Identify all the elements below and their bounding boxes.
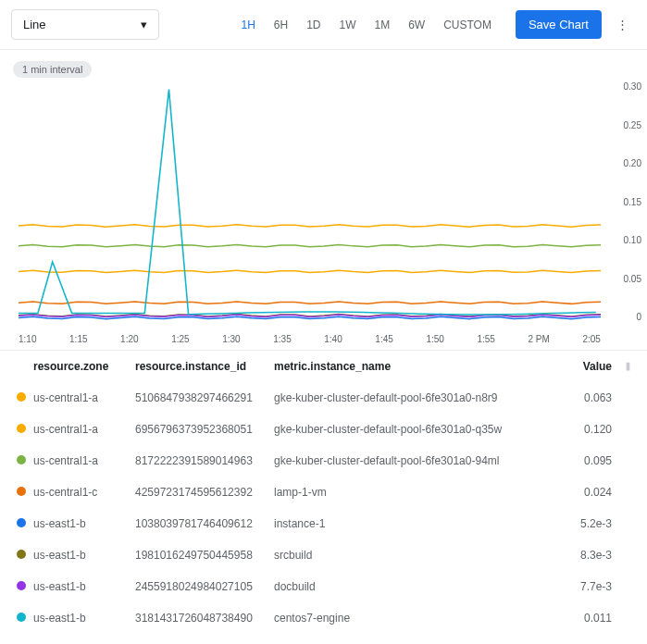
timerange-6W[interactable]: 6W: [399, 13, 434, 37]
time-range-group: 1H6H1D1W1M6WCUSTOM: [231, 13, 500, 37]
cell-zone: us-central1-a: [33, 391, 135, 404]
table-row[interactable]: us-central1-a5106847938297466291gke-kube…: [0, 382, 647, 414]
chevron-down-icon: ▾: [141, 18, 147, 31]
table-header: resource.zone resource.instance_id metri…: [0, 350, 647, 382]
cell-value: 0.095: [556, 454, 612, 467]
chart-type-select[interactable]: Line ▾: [11, 9, 159, 40]
x-axis-labels: 1:101:151:201:251:301:351:401:451:501:55…: [19, 334, 601, 344]
timerange-1M[interactable]: 1M: [366, 13, 400, 37]
timerange-6H[interactable]: 6H: [265, 13, 297, 37]
cell-value: 5.2e-3: [556, 517, 612, 530]
cell-name: srcbuild: [274, 549, 556, 562]
cell-value: 0.011: [556, 612, 612, 625]
chart-area: 0.300.250.200.150.100.050 1:101:151:201:…: [0, 81, 647, 350]
series-color-dot: [17, 613, 26, 622]
timerange-1H[interactable]: 1H: [231, 13, 264, 37]
cell-name: docbuild: [274, 580, 556, 593]
chart-type-label: Line: [23, 18, 46, 31]
cell-value: 8.3e-3: [556, 549, 612, 562]
cell-value: 7.7e-3: [556, 580, 612, 593]
cell-name: lamp-1-vm: [274, 486, 556, 499]
cell-id: 1038039781746409612: [135, 517, 274, 530]
cell-id: 2455918024984027105: [135, 580, 274, 593]
header-id[interactable]: resource.instance_id: [135, 360, 274, 373]
cell-zone: us-east1-b: [33, 549, 135, 562]
header-zone[interactable]: resource.zone: [33, 360, 135, 373]
cell-name: centos7-engine: [274, 612, 556, 625]
more-icon[interactable]: ⋮: [609, 18, 636, 31]
series-color-dot: [17, 392, 26, 402]
cell-zone: us-east1-b: [33, 612, 135, 625]
table-body: us-central1-a5106847938297466291gke-kube…: [0, 382, 647, 634]
table-row[interactable]: us-east1-b1038039781746409612instance-15…: [0, 508, 647, 539]
table-row[interactable]: us-central1-a8172222391589014963gke-kube…: [0, 445, 647, 477]
cell-id: 1981016249750445958: [135, 549, 274, 562]
cell-name: gke-kuber-cluster-default-pool-6fe301a0-…: [274, 423, 556, 436]
cell-value: 0.063: [556, 391, 612, 404]
series-color-dot: [17, 455, 26, 464]
table-row[interactable]: us-east1-b3181431726048738490centos7-eng…: [0, 602, 647, 634]
cell-zone: us-central1-a: [33, 423, 135, 436]
cell-name: instance-1: [274, 517, 556, 530]
save-chart-button[interactable]: Save Chart: [516, 10, 602, 39]
cell-value: 0.120: [556, 423, 612, 436]
cell-id: 4259723174595612392: [135, 486, 274, 499]
series-color-dot: [17, 518, 26, 527]
cell-zone: us-east1-b: [33, 517, 135, 530]
cell-zone: us-central1-c: [33, 486, 135, 499]
line-chart[interactable]: [19, 81, 601, 322]
toolbar: Line ▾ 1H6H1D1W1M6WCUSTOM Save Chart ⋮: [0, 0, 647, 50]
header-name[interactable]: metric.instance_name: [274, 360, 556, 373]
cell-id: 3181431726048738490: [135, 612, 274, 625]
cell-id: 6956796373952368051: [135, 423, 274, 436]
timerange-1D[interactable]: 1D: [297, 13, 330, 37]
header-value[interactable]: Value: [556, 360, 612, 373]
series-color-dot: [17, 581, 26, 590]
cell-value: 0.024: [556, 486, 612, 499]
cell-id: 8172222391589014963: [135, 454, 274, 467]
table-row[interactable]: us-central1-c4259723174595612392lamp-1-v…: [0, 477, 647, 508]
interval-badge: 1 min interval: [13, 61, 92, 78]
cell-zone: us-east1-b: [33, 580, 135, 593]
table-row[interactable]: us-east1-b1981016249750445958srcbuild8.3…: [0, 539, 647, 571]
table-row[interactable]: us-east1-b2455918024984027105docbuild7.7…: [0, 571, 647, 602]
series-color-dot: [17, 550, 26, 559]
cell-zone: us-central1-a: [33, 454, 135, 467]
cell-name: gke-kuber-cluster-default-pool-6fe301a0-…: [274, 454, 556, 467]
series-color-dot: [17, 424, 26, 433]
legend-table: resource.zone resource.instance_id metri…: [0, 350, 647, 634]
y-axis-labels: 0.300.250.200.150.100.050: [624, 81, 641, 322]
timerange-1W[interactable]: 1W: [330, 13, 366, 37]
cell-id: 5106847938297466291: [135, 391, 274, 404]
table-row[interactable]: us-central1-a6956796373952368051gke-kube…: [0, 414, 647, 445]
columns-icon[interactable]: ⦀: [612, 360, 630, 373]
cell-name: gke-kuber-cluster-default-pool-6fe301a0-…: [274, 391, 556, 404]
series-color-dot: [17, 487, 26, 496]
timerange-CUSTOM[interactable]: CUSTOM: [434, 13, 501, 37]
